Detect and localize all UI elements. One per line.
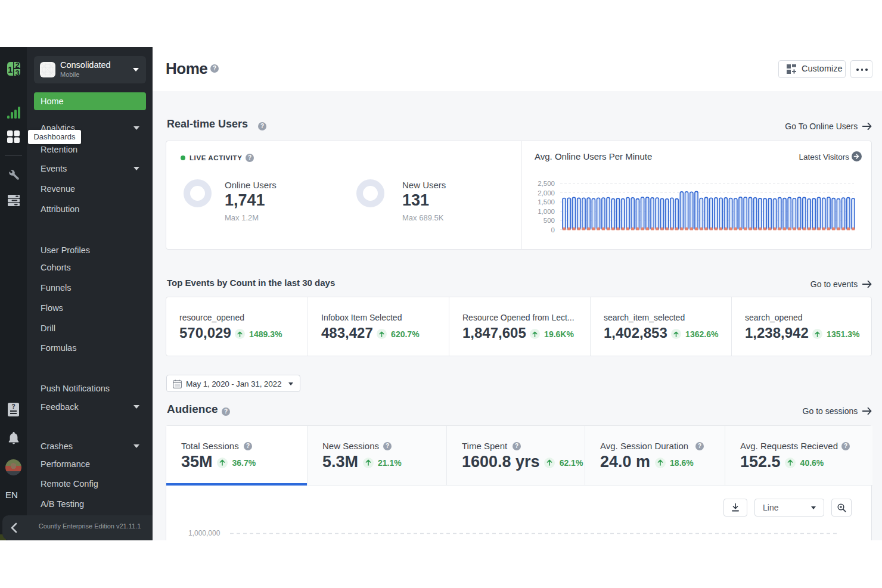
svg-text:500: 500 [544, 217, 555, 224]
svg-text:3: 3 [15, 69, 20, 77]
svg-text:2,500: 2,500 [538, 180, 555, 187]
svg-text:0: 0 [551, 226, 555, 234]
svg-text:2,000: 2,000 [538, 189, 555, 197]
svg-text:1: 1 [8, 65, 13, 74]
svg-text:1,500: 1,500 [538, 198, 555, 206]
svg-text:1,000: 1,000 [538, 208, 555, 215]
svg-text:?: ? [11, 403, 15, 410]
